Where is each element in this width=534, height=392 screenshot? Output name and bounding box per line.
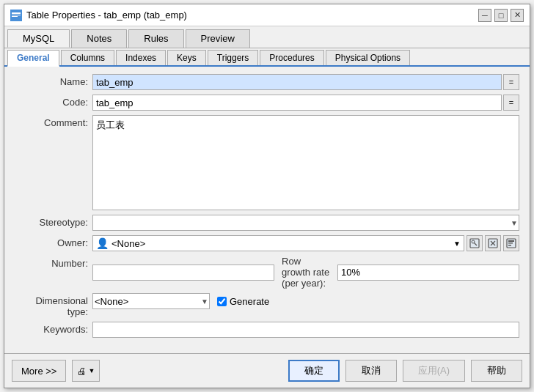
- svg-rect-1: [12, 12, 21, 14]
- tab-triggers[interactable]: Triggers: [208, 50, 259, 65]
- owner-row: Owner: 👤 <None> ▼: [15, 235, 519, 251]
- owner-icon: 👤: [96, 237, 109, 249]
- dimensional-type-select[interactable]: <None>: [92, 293, 210, 309]
- window-title: Table Properties - tab_emp (tab_emp): [26, 10, 187, 21]
- close-button[interactable]: ✕: [511, 9, 524, 22]
- main-window: Table Properties - tab_emp (tab_emp) ─ □…: [4, 4, 530, 388]
- title-bar-left: Table Properties - tab_emp (tab_emp): [10, 10, 187, 21]
- tab-procedures[interactable]: Procedures: [260, 50, 323, 65]
- number-controls: Row growth rate (per year):: [92, 256, 519, 289]
- cancel-button[interactable]: 取消: [345, 360, 397, 382]
- name-label: Name:: [15, 74, 88, 87]
- stereotype-label: Stereotype:: [15, 215, 88, 228]
- minimize-button[interactable]: ─: [478, 9, 491, 22]
- tab-columns[interactable]: Columns: [61, 50, 114, 65]
- owner-label: Owner:: [15, 235, 88, 248]
- owner-value: <None>: [111, 238, 145, 249]
- confirm-button[interactable]: 确定: [288, 360, 340, 382]
- row-growth-input[interactable]: [337, 265, 519, 281]
- comment-textarea[interactable]: 员工表: [92, 115, 519, 210]
- row-growth-label: Row growth rate (per year):: [282, 256, 330, 289]
- help-button[interactable]: 帮助: [471, 360, 522, 382]
- svg-rect-11: [508, 240, 514, 242]
- print-dropdown-arrow: ▼: [88, 367, 95, 374]
- keywords-row: Keywords:: [15, 322, 519, 338]
- owner-dropdown-arrow: ▼: [453, 240, 461, 248]
- print-icon: 🖨: [77, 366, 87, 377]
- owner-browse-button[interactable]: [467, 235, 483, 251]
- dimensional-type-label: Dimensional type:: [15, 293, 88, 317]
- owner-select-wrap: 👤 <None> ▼: [92, 235, 464, 251]
- tab-notes[interactable]: Notes: [71, 29, 127, 48]
- comment-label: Comment:: [15, 115, 88, 128]
- maximize-button[interactable]: □: [494, 9, 508, 22]
- form-content: Name: = Code: = Comment: 员工表 Stereotype:: [4, 67, 530, 353]
- svg-rect-13: [508, 245, 511, 246]
- title-bar: Table Properties - tab_emp (tab_emp) ─ □…: [4, 4, 530, 26]
- code-input-wrap: =: [92, 95, 519, 111]
- more-button[interactable]: More >>: [12, 360, 66, 382]
- name-ellipsis-button[interactable]: =: [503, 74, 519, 90]
- main-tabs: MySQL Notes Rules Preview: [4, 26, 530, 48]
- number-row: Number: Row growth rate (per year):: [15, 256, 519, 289]
- keywords-input[interactable]: [92, 322, 519, 338]
- owner-controls: 👤 <None> ▼: [92, 235, 519, 251]
- tab-preview[interactable]: Preview: [186, 29, 250, 48]
- owner-clear-button[interactable]: [485, 235, 501, 251]
- bottom-bar: More >> 🖨 ▼ 确定 取消 应用(A) 帮助: [4, 353, 530, 388]
- dimensional-type-row: Dimensional type: <None> ▼ Generate: [15, 293, 519, 317]
- code-ellipsis-button[interactable]: =: [503, 95, 519, 111]
- owner-edit-button[interactable]: [503, 235, 519, 251]
- name-input-wrap: =: [92, 74, 519, 90]
- stereotype-row: Stereotype: ▼: [15, 215, 519, 231]
- name-row: Name: =: [15, 74, 519, 90]
- keywords-label: Keywords:: [15, 322, 88, 335]
- tab-rules[interactable]: Rules: [128, 29, 183, 48]
- svg-rect-3: [12, 16, 18, 17]
- comment-row: Comment: 员工表: [15, 115, 519, 210]
- tab-general[interactable]: General: [7, 50, 59, 67]
- stereotype-select-wrap: ▼: [92, 215, 519, 231]
- tab-physical-options[interactable]: Physical Options: [326, 50, 410, 65]
- generate-label: Generate: [230, 296, 269, 307]
- print-button[interactable]: 🖨 ▼: [72, 360, 100, 382]
- code-input[interactable]: [92, 95, 502, 111]
- apply-button[interactable]: 应用(A): [403, 360, 465, 382]
- code-label: Code:: [15, 95, 88, 108]
- dim-select-wrap: <None> ▼: [92, 293, 210, 309]
- title-bar-controls: ─ □ ✕: [478, 9, 524, 22]
- tab-mysql[interactable]: MySQL: [7, 29, 70, 48]
- generate-checkbox[interactable]: [217, 297, 227, 306]
- sub-tabs: General Columns Indexes Keys Triggers Pr…: [4, 48, 530, 67]
- generate-check: Generate: [217, 296, 269, 307]
- dimensional-controls: <None> ▼ Generate: [92, 293, 519, 309]
- svg-rect-2: [12, 15, 21, 15]
- svg-rect-12: [508, 243, 513, 244]
- tab-indexes[interactable]: Indexes: [116, 50, 166, 65]
- number-input[interactable]: [92, 265, 274, 281]
- window-icon: [10, 10, 22, 21]
- stereotype-select[interactable]: [92, 215, 519, 231]
- name-input[interactable]: [92, 74, 502, 90]
- tab-keys[interactable]: Keys: [167, 50, 206, 65]
- code-row: Code: =: [15, 95, 519, 111]
- number-label: Number:: [15, 256, 88, 269]
